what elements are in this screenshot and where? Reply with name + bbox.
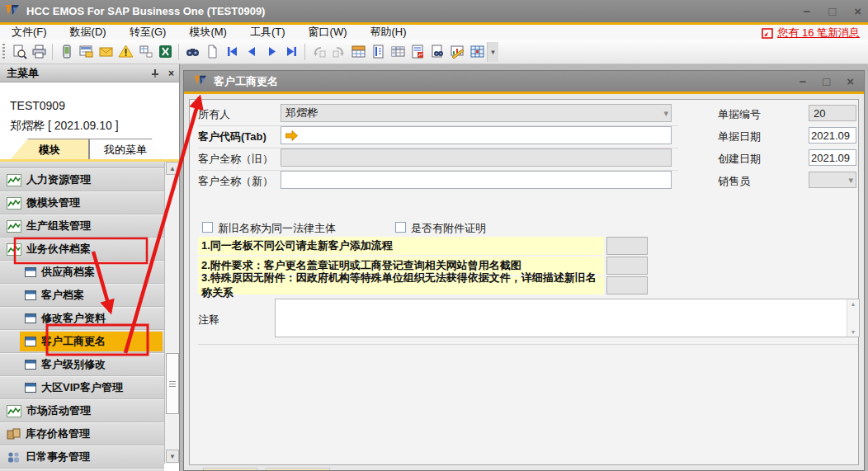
minimize-icon[interactable]: − [803, 0, 810, 22]
menu-file[interactable]: 文件(F) [0, 25, 59, 40]
new-messages-link[interactable]: 您有 16 笔新消息 [762, 26, 860, 40]
hint-field-2 [606, 257, 648, 275]
new-document-icon[interactable] [202, 42, 222, 62]
nav-next-icon[interactable] [262, 42, 281, 62]
add-button[interactable]: 添加(A) [203, 468, 257, 471]
scrollbar-thumb[interactable] [166, 353, 179, 414]
menu-modules[interactable]: 模块(M) [177, 25, 238, 40]
grid-settings-icon[interactable] [467, 42, 487, 62]
doc-no-label: 单据编号 [718, 107, 761, 122]
new-name-input[interactable] [281, 171, 672, 189]
nav-last-icon[interactable] [281, 42, 301, 62]
pin-icon[interactable] [150, 68, 160, 78]
cancel-button[interactable]: 取消(C) [266, 468, 330, 471]
dialog-accent-line [184, 92, 864, 94]
notes-label: 注释 [198, 313, 219, 327]
chevron-down-icon: ▾ [848, 175, 853, 186]
report-icon[interactable] [408, 42, 427, 62]
form-grid-icon[interactable] [348, 42, 368, 62]
undo-icon[interactable] [309, 42, 328, 62]
scroll-down-icon[interactable]: ▼ [166, 450, 179, 463]
scroll-down-icon: ▼ [851, 329, 856, 335]
mobile-icon[interactable] [56, 42, 76, 62]
sidebar-close-icon[interactable]: × [168, 68, 174, 79]
sidebar-item-business-partner[interactable]: 业务伙伴档案 [0, 238, 164, 261]
sidebar-item-modify-customer[interactable]: 修改客户资料 [0, 307, 164, 330]
sidebar-item-production[interactable]: 生产组装管理 [0, 214, 164, 238]
menu-goto[interactable]: 转至(G) [118, 25, 178, 40]
nav-first-icon[interactable] [222, 42, 242, 62]
doc-date-field[interactable]: 2021.09 [809, 127, 856, 144]
window-title: HCC EMOS For SAP Business One (TEST0909) [26, 5, 265, 17]
dialog-close-icon[interactable]: × [847, 71, 854, 92]
user-name-date: 郑熠桦 [ 2021.09.10 ] [10, 119, 119, 134]
menu-window[interactable]: 窗口(W) [297, 25, 359, 40]
sidebar-title: 主菜单 [7, 66, 39, 81]
customer-code-input[interactable] [281, 126, 672, 144]
notes-scrollbar[interactable]: ▲▼ [847, 299, 859, 337]
maximize-icon[interactable]: □ [828, 0, 836, 22]
mail-icon[interactable] [96, 42, 116, 62]
salesperson-label: 销售员 [718, 174, 750, 189]
dialog-logo-icon [194, 74, 207, 88]
warning-icon[interactable] [116, 42, 135, 62]
dialog-content-panel: 所有人 郑熠桦▾ 客户代码(Tab) 客户全称（旧） 客户全称（新） 单据编号 … [189, 99, 859, 465]
find-form-icon[interactable] [427, 42, 447, 62]
sidebar-item-customer-file[interactable]: 客户档案 [0, 284, 164, 307]
hint-row-1: 1.同一老板不同公司请走新客户添加流程 [198, 237, 604, 255]
attachment-checkbox[interactable] [395, 222, 406, 233]
section-divider [198, 344, 858, 345]
sidebar-item-micro[interactable]: 微模块管理 [0, 191, 164, 214]
sidebar-item-inventory-price[interactable]: 库存价格管理 [0, 422, 164, 445]
dialog-title: 客户工商更名 [214, 74, 278, 89]
sidebar-item-marketing[interactable]: 市场活动管理 [0, 399, 164, 422]
close-icon[interactable]: × [854, 0, 861, 22]
toolbar-grip [2, 44, 5, 60]
tab-modules[interactable]: 模块 [10, 139, 89, 160]
app-logo-icon [5, 3, 20, 19]
tree-row-partial-top [0, 162, 164, 168]
sidebar-item-daily-affairs[interactable]: 日常事务管理 [0, 445, 164, 469]
customer-code-label: 客户代码(Tab) [198, 130, 267, 144]
doc-no-field: 20 [809, 105, 856, 121]
document-lines-icon[interactable] [368, 42, 388, 62]
nav-prev-icon[interactable] [242, 42, 262, 62]
scroll-up-icon: ▲ [851, 301, 856, 307]
redo-icon[interactable] [328, 42, 348, 62]
dialog-maximize-icon[interactable]: □ [823, 71, 830, 92]
hint-field-3 [606, 276, 648, 294]
excel-icon[interactable] [155, 42, 175, 62]
menu-data[interactable]: 数据(D) [59, 25, 118, 40]
main-menu-panel: 主菜单 × TEST0909 郑熠桦 [ 2021.09.10 ] 模块 我的菜… [0, 64, 180, 471]
create-date-field[interactable]: 2021.09 [809, 149, 856, 166]
link-arrow-icon[interactable] [285, 130, 298, 141]
sidebar-item-supplier-file[interactable]: 供应商档案 [0, 261, 164, 284]
dialog-minimize-icon[interactable]: − [799, 71, 806, 92]
menu-bar: 文件(F) 数据(D) 转至(G) 模块(M) 工具(T) 窗口(W) 帮助(H… [0, 25, 868, 40]
new-name-label: 客户全称（新） [198, 174, 273, 189]
toolbar-overflow-icon[interactable]: ▾ [487, 42, 498, 62]
export-grid-icon[interactable] [135, 42, 155, 62]
sidebar-scrollbar[interactable]: ▲ ▼ [164, 162, 179, 464]
sidebar-item-vip-customer[interactable]: 大区VIP客户管理 [0, 376, 164, 399]
print-icon[interactable] [29, 42, 49, 62]
print-preview-icon[interactable] [9, 42, 29, 62]
sidebar-item-customer-level[interactable]: 客户级别修改 [0, 353, 164, 376]
sidebar-header: 主菜单 × [0, 64, 179, 82]
chart-pencil-icon[interactable] [447, 42, 467, 62]
same-entity-checkbox-label: 新旧名称为同一法律主体 [218, 221, 336, 236]
sidebar-item-hr[interactable]: 人力资源管理 [0, 168, 164, 191]
same-entity-checkbox[interactable] [202, 222, 213, 233]
chevron-down-icon: ▾ [663, 108, 668, 119]
menu-tools[interactable]: 工具(T) [238, 25, 297, 40]
tab-my-menu[interactable]: 我的菜单 [89, 139, 162, 160]
layout-mail-icon[interactable] [76, 42, 96, 62]
scroll-up-icon[interactable]: ▲ [166, 162, 179, 175]
table-icon[interactable] [388, 42, 408, 62]
dialog-title-bar: 客户工商更名 − □ × [184, 71, 864, 92]
find-icon[interactable] [182, 42, 202, 62]
attachment-checkbox-label: 是否有附件证明 [411, 221, 486, 236]
notes-textarea[interactable]: ▲▼ [275, 299, 860, 337]
menu-help[interactable]: 帮助(H) [358, 25, 417, 40]
sidebar-item-customer-rename[interactable]: 客户工商更名 [0, 330, 164, 353]
